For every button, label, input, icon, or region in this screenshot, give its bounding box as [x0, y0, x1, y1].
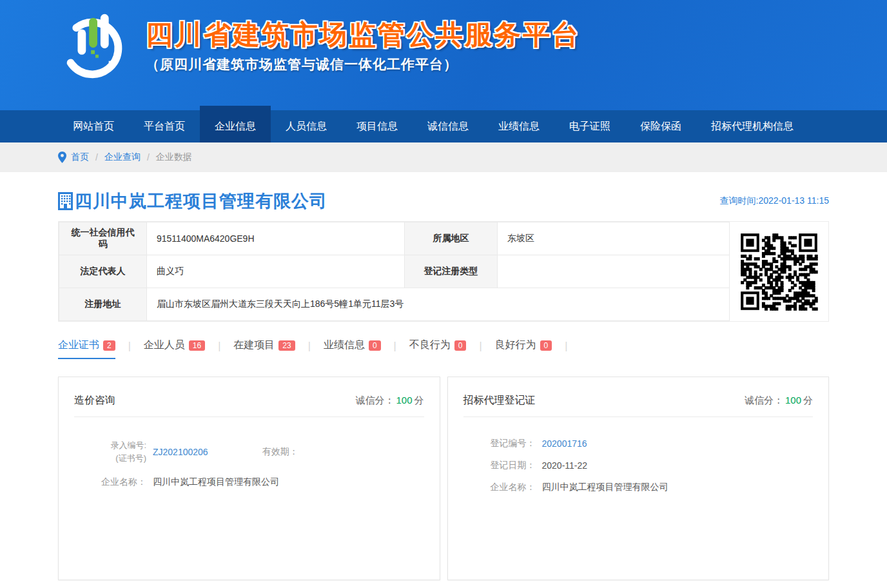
legal-rep-label: 法定代表人	[59, 255, 147, 288]
company-info-section: 统一社会信用代码 91511400MA6420GE9H 所属地区 东坡区 法定代…	[58, 221, 829, 322]
table-row: 法定代表人 曲义巧 登记注册类型	[59, 255, 730, 288]
registration-date-value: 2020-11-22	[542, 460, 588, 471]
registration-number-link[interactable]: 202001716	[542, 438, 587, 449]
bidding-agency-card: 招标代理登记证 诚信分：100分 登记编号： 202001716 登记日期： 2…	[447, 377, 830, 580]
nav-item-performance-info[interactable]: 业绩信息	[483, 110, 554, 142]
site-banner: 四川省建筑市场监管公共服务平台 （原四川省建筑市场监管与诚信一体化工作平台）	[0, 0, 887, 110]
score-value: 100	[396, 395, 412, 406]
tab-label: 企业人员	[144, 338, 185, 352]
nav-item-platform-home[interactable]: 平台首页	[129, 110, 200, 142]
tab-divider: |	[479, 340, 482, 359]
credit-score: 诚信分：100分	[355, 395, 424, 407]
nav-item-bidding-agency-info[interactable]: 招标代理机构信息	[696, 110, 808, 142]
credit-code-label: 统一社会信用代码	[59, 222, 147, 255]
card-title: 造价咨询	[74, 394, 115, 407]
region-value: 东坡区	[498, 222, 730, 255]
reg-type-value	[498, 255, 730, 288]
qr-area	[730, 222, 828, 321]
registration-number-label: 登记编号：	[463, 438, 536, 449]
entry-number-label-line2: (证书号)	[74, 452, 146, 465]
reg-type-label: 登记注册类型	[405, 255, 498, 288]
main-nav: 网站首页 平台首页 企业信息 人员信息 项目信息 诚信信息 业绩信息 电子证照 …	[0, 110, 887, 142]
count-badge: 23	[278, 340, 295, 351]
entry-number-label-line1: 录入编号:	[74, 439, 146, 452]
card-title: 招标代理登记证	[463, 394, 536, 407]
nav-item-enterprise-info[interactable]: 企业信息	[200, 106, 271, 142]
count-badge: 0	[540, 340, 552, 351]
count-badge: 2	[103, 340, 115, 351]
company-info-table: 统一社会信用代码 91511400MA6420GE9H 所属地区 东坡区 法定代…	[59, 222, 730, 321]
region-label: 所属地区	[405, 222, 498, 255]
tab-label: 在建项目	[233, 338, 275, 352]
detail-tabs: 企业证书 2 | 企业人员 16 | 在建项目 23 | 业绩信息 0 | 不良…	[58, 338, 829, 359]
site-title: 四川省建筑市场监管公共服务平台	[146, 17, 581, 53]
tab-performance-info[interactable]: 业绩信息 0	[324, 338, 381, 359]
tab-enterprise-certificates[interactable]: 企业证书 2	[58, 338, 115, 359]
tab-divider: |	[394, 340, 396, 359]
nav-item-credit-info[interactable]: 诚信信息	[413, 110, 483, 142]
cost-consulting-card: 造价咨询 诚信分：100分 录入编号: (证书号) ZJ202100206 有效…	[58, 377, 440, 580]
breadcrumb: 首页 / 企业查询 / 企业数据	[58, 142, 829, 172]
tab-label: 不良行为	[409, 338, 451, 352]
address-label: 注册地址	[59, 288, 147, 321]
query-time: 查询时间:2022-01-13 11:15	[720, 195, 829, 207]
tab-label: 企业证书	[58, 338, 99, 352]
score-value: 100	[785, 395, 801, 406]
page-title-company-name: 四川中岚工程项目管理有限公司	[75, 190, 327, 213]
table-row: 统一社会信用代码 91511400MA6420GE9H 所属地区 东坡区	[59, 222, 730, 255]
main-content: 四川中岚工程项目管理有限公司 查询时间:2022-01-13 11:15 统一社…	[58, 190, 829, 588]
score-unit: 分	[803, 395, 813, 406]
breadcrumb-home-link[interactable]: 首页	[71, 152, 89, 163]
score-label: 诚信分：	[355, 395, 394, 406]
nav-item-project-info[interactable]: 项目信息	[342, 110, 413, 142]
registration-date-label: 登记日期：	[463, 460, 536, 471]
score-label: 诚信分：	[745, 395, 783, 406]
count-badge: 0	[454, 340, 467, 351]
score-unit: 分	[414, 395, 424, 406]
breadcrumb-bar: 首页 / 企业查询 / 企业数据	[0, 142, 887, 172]
address-value: 眉山市东坡区眉州大道东三段天天向上186号5幢1单元11层3号	[147, 288, 730, 321]
credit-code-value: 91511400MA6420GE9H	[147, 222, 405, 255]
qr-code	[736, 228, 823, 315]
tab-label: 良好行为	[495, 338, 536, 352]
nav-item-home[interactable]: 网站首页	[58, 110, 129, 142]
nav-item-insurance-guarantee[interactable]: 保险保函	[625, 110, 696, 142]
tab-good-behavior[interactable]: 良好行为 0	[495, 338, 552, 359]
validity-label: 有效期：	[262, 446, 298, 458]
count-badge: 16	[189, 340, 205, 351]
company-name-value: 四川中岚工程项目管理有限公司	[153, 476, 279, 488]
nav-item-e-certificate[interactable]: 电子证照	[554, 110, 625, 142]
tab-label: 业绩信息	[324, 338, 365, 352]
building-icon	[58, 192, 73, 210]
breadcrumb-enterprise-search-link[interactable]: 企业查询	[104, 152, 141, 163]
credit-score: 诚信分：100分	[745, 395, 813, 407]
certificate-number-link[interactable]: ZJ202100206	[153, 447, 208, 457]
company-name-label: 企业名称：	[74, 476, 146, 488]
tab-bad-behavior[interactable]: 不良行为 0	[409, 338, 467, 359]
count-badge: 0	[369, 340, 381, 351]
company-name-label: 企业名称：	[463, 482, 536, 493]
location-pin-icon	[58, 152, 66, 163]
entry-number-label: 录入编号: (证书号)	[74, 439, 146, 465]
breadcrumb-separator: /	[147, 152, 150, 162]
legal-rep-value: 曲义巧	[147, 255, 405, 288]
nav-item-personnel-info[interactable]: 人员信息	[271, 110, 342, 142]
breadcrumb-separator: /	[95, 152, 98, 162]
tab-divider: |	[218, 340, 220, 359]
site-subtitle: （原四川省建筑市场监管与诚信一体化工作平台）	[146, 55, 581, 74]
breadcrumb-current: 企业数据	[156, 152, 192, 163]
tab-enterprise-personnel[interactable]: 企业人员 16	[144, 338, 205, 359]
tab-divider: |	[128, 340, 131, 359]
site-logo-icon	[58, 8, 134, 84]
company-name-value: 四川中岚工程项目管理有限公司	[542, 482, 668, 493]
certificate-cards: 造价咨询 诚信分：100分 录入编号: (证书号) ZJ202100206 有效…	[58, 377, 829, 580]
tab-divider: |	[565, 340, 567, 359]
tab-divider: |	[308, 340, 311, 359]
tab-projects-in-progress[interactable]: 在建项目 23	[233, 338, 295, 359]
table-row: 注册地址 眉山市东坡区眉州大道东三段天天向上186号5幢1单元11层3号	[59, 288, 730, 321]
